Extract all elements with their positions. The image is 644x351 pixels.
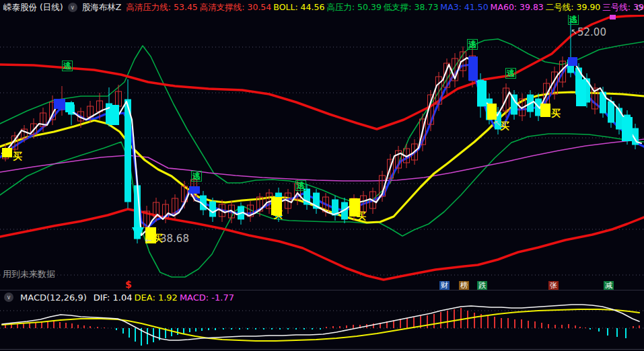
down-candle bbox=[210, 202, 216, 217]
escape-signal-label: 逃 bbox=[505, 68, 516, 79]
macd-field: DEA: 1.92 bbox=[135, 292, 178, 303]
escape-signal-label: 逃 bbox=[467, 39, 478, 50]
future-data-watermark: 用到未来数据 bbox=[3, 268, 55, 280]
indicator-field: 高清压力线: 53.45 bbox=[126, 2, 197, 13]
annotation-arrow-icon: ← bbox=[145, 236, 152, 244]
escape-signal-label: 逃 bbox=[62, 61, 73, 71]
quick-button-badge[interactable]: 财 bbox=[439, 281, 450, 290]
escape-signal-label: 逃 bbox=[295, 180, 306, 191]
down-candle bbox=[616, 108, 622, 129]
signal-block bbox=[568, 57, 577, 66]
stock-title: 嵘泰股份 (日线) bbox=[3, 2, 63, 13]
signal-block bbox=[610, 14, 616, 20]
indicator-field: 高清支撑线: 30.54 bbox=[200, 2, 271, 13]
chevron-down-icon[interactable]: ∨ bbox=[68, 3, 77, 12]
signal-block bbox=[622, 117, 633, 141]
indicator-field: 低支撑: 38.73 bbox=[384, 2, 438, 13]
buy-signal-label: 买 bbox=[273, 210, 283, 219]
signal-block bbox=[189, 186, 200, 194]
signal-block bbox=[2, 148, 12, 157]
buy-signal-label: 买 bbox=[153, 233, 163, 243]
escape-signal-label: 逃 bbox=[191, 171, 202, 182]
ex-rights-dollar-marker: $ bbox=[125, 280, 132, 289]
panel-divider bbox=[0, 290, 644, 290]
signal-block bbox=[110, 105, 119, 125]
escape-signal-label: 逃 bbox=[568, 14, 579, 25]
signal-block bbox=[540, 104, 550, 117]
indicator-header: 嵘泰股份 (日线) ∨ 股海布林Z 高清压力线: 53.45高清支撑线: 30.… bbox=[0, 0, 644, 15]
macd-header: ∨ MACD(12,26,9) DIF: 1.04DEA: 1.92MACD: … bbox=[0, 291, 644, 303]
indicator-field: BOLL: 44.56 bbox=[273, 2, 324, 12]
macd-title[interactable]: MACD(12,26,9) bbox=[20, 292, 87, 303]
green-lower-band bbox=[0, 134, 644, 277]
indicator-field: MA60: 39.83 bbox=[491, 2, 544, 12]
annotation-arrow-icon: ↖ bbox=[571, 28, 577, 36]
buy-signal-label: 买 bbox=[500, 121, 509, 130]
blue-ma3-line bbox=[0, 64, 644, 227]
buy-signal-label: 买 bbox=[357, 211, 366, 221]
quick-button-badge[interactable]: 榜 bbox=[459, 281, 469, 290]
signal-block bbox=[477, 81, 487, 106]
signal-block bbox=[65, 102, 74, 112]
indicator-values: 高清压力线: 53.45高清支撑线: 30.54BOLL: 44.56高压力: … bbox=[126, 2, 644, 13]
chevron-down-icon[interactable]: ∨ bbox=[4, 292, 13, 302]
low-price-annotation: 38.68 bbox=[160, 234, 189, 244]
high-price-annotation: 52.00 bbox=[577, 28, 606, 38]
macd-values: DIF: 1.04DEA: 1.92MACD: -1.77 bbox=[94, 292, 236, 303]
red-support-line bbox=[0, 209, 644, 280]
macd-field: DIF: 1.04 bbox=[94, 292, 133, 303]
stock-chart-window: 嵘泰股份 (日线) ∨ 股海布林Z 高清压力线: 53.45高清支撑线: 30.… bbox=[0, 0, 644, 351]
buy-signal-label: 买 bbox=[551, 108, 561, 118]
indicator-field: 二号线: 39.90 bbox=[546, 2, 600, 13]
signal-block bbox=[487, 104, 497, 120]
white-close-line bbox=[2, 58, 641, 235]
quick-button-badge[interactable]: 跌 bbox=[477, 281, 487, 290]
annotation-arrow-icon: ↖ bbox=[494, 119, 501, 127]
window-bottom-border bbox=[0, 349, 644, 350]
indicator-name[interactable]: 股海布林Z bbox=[82, 2, 122, 13]
signal-block bbox=[54, 99, 65, 109]
indicator-field: MA3: 41.50 bbox=[440, 2, 488, 12]
macd-field: MACD: -1.77 bbox=[180, 292, 234, 303]
macd-dea-line bbox=[2, 309, 639, 341]
magenta-ma60-line bbox=[0, 139, 644, 181]
down-candle bbox=[608, 102, 614, 122]
signal-block bbox=[576, 79, 586, 106]
buy-triangle-marker bbox=[132, 227, 144, 239]
signal-block bbox=[468, 56, 478, 81]
diamond-icon: ◇ bbox=[636, 2, 643, 12]
quick-button-badge[interactable]: 张 bbox=[548, 281, 559, 290]
buy-signal-label: 买 bbox=[13, 151, 22, 161]
indicator-field: 高压力: 50.39 bbox=[326, 2, 381, 13]
quick-button-badge[interactable]: 减 bbox=[604, 281, 614, 290]
